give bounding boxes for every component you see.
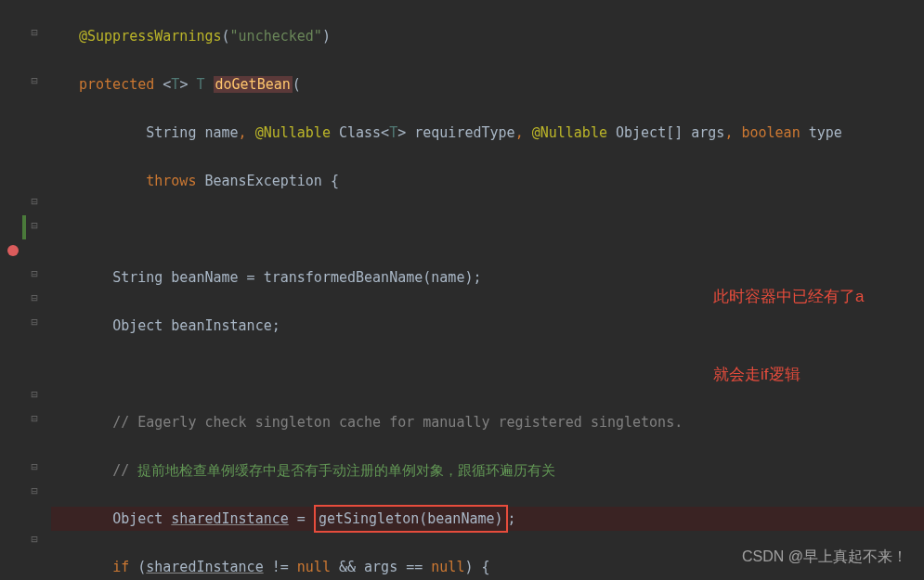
keyword: boolean bbox=[741, 124, 800, 141]
code-line: // // 提前地检查单例缓存中是否有手动注册的单例对象，跟循环遍历有关提前地检… bbox=[51, 458, 924, 483]
fold-icon[interactable]: ⊟ bbox=[28, 412, 41, 425]
annotation-text: @Nullable bbox=[255, 124, 331, 141]
fold-icon[interactable]: ⊟ bbox=[28, 291, 41, 304]
breakpoint-line: Object sharedInstance = getSingleton(bea… bbox=[51, 507, 924, 531]
annotation-text: @SuppressWarnings bbox=[79, 28, 222, 45]
type-param: T bbox=[389, 124, 397, 141]
comment: // Eagerly check singleton cache for man… bbox=[112, 414, 683, 431]
code-line: @SuppressWarnings("unchecked") bbox=[51, 24, 924, 48]
annotation-text-line: 此时容器中已经有了a bbox=[713, 284, 864, 310]
gutter: ⊟ ⊟ ⊟ ⊟ ⊟ ⊟ ⊟ ⊟ ⊟ ⊟ ⊟ ⊟ bbox=[0, 0, 46, 580]
comment: // bbox=[112, 462, 137, 479]
variable: sharedInstance bbox=[171, 510, 288, 527]
code-content[interactable]: @SuppressWarnings("unchecked") protected… bbox=[46, 0, 924, 580]
annotation-text-line: 就会走if逻辑 bbox=[713, 362, 864, 388]
keyword: protected bbox=[79, 76, 154, 93]
user-annotation: 此时容器中已经有了a 就会走if逻辑 bbox=[713, 232, 864, 440]
comment-zh: 提前地检查单例缓存中是否有手动注册的单例对象，跟循环遍历有关 bbox=[137, 462, 555, 479]
annotation-text: @Nullable bbox=[532, 124, 607, 141]
fold-icon[interactable]: ⊟ bbox=[28, 267, 41, 280]
modified-marker bbox=[22, 215, 26, 239]
null-literal: null bbox=[297, 559, 331, 575]
fold-icon[interactable]: ⊟ bbox=[28, 195, 41, 208]
keyword: if bbox=[112, 559, 129, 575]
code-editor[interactable]: ⊟ ⊟ ⊟ ⊟ ⊟ ⊟ ⊟ ⊟ ⊟ ⊟ ⊟ ⊟ @SuppressWarning… bbox=[0, 0, 924, 580]
watermark: CSDN @早上真起不来！ bbox=[742, 545, 907, 569]
fold-icon[interactable]: ⊟ bbox=[28, 484, 41, 497]
type-param: T bbox=[196, 76, 204, 93]
code-line: protected <T> T doGetBean( bbox=[51, 72, 924, 97]
fold-icon[interactable]: ⊟ bbox=[28, 533, 41, 546]
fold-icon[interactable]: ⊟ bbox=[28, 388, 41, 401]
highlighted-call: getSingleton(beanName) bbox=[314, 505, 508, 533]
fold-icon[interactable]: ⊟ bbox=[28, 219, 41, 232]
string-literal: "unchecked" bbox=[230, 28, 322, 45]
fold-icon[interactable]: ⊟ bbox=[28, 316, 41, 329]
keyword: throws bbox=[146, 173, 196, 189]
fold-icon[interactable]: ⊟ bbox=[28, 460, 41, 473]
fold-icon[interactable]: ⊟ bbox=[28, 74, 41, 87]
highlighted-method-name: doGetBean bbox=[214, 76, 293, 93]
null-literal: null bbox=[431, 559, 464, 575]
fold-icon[interactable]: ⊟ bbox=[28, 26, 41, 39]
code-line: throws BeansException { bbox=[51, 169, 924, 193]
variable: sharedInstance bbox=[146, 559, 263, 575]
code-line: String name, @Nullable Class<T> required… bbox=[51, 121, 924, 145]
breakpoint-marker[interactable] bbox=[7, 245, 19, 256]
